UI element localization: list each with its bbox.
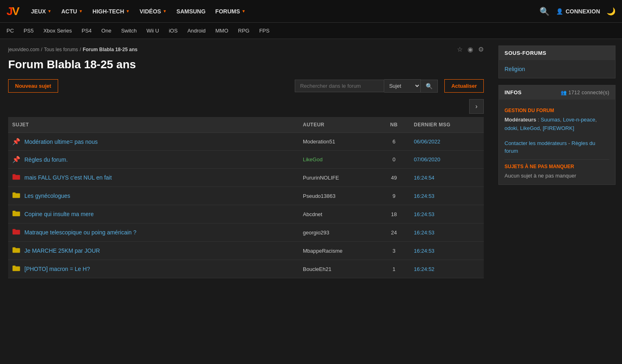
mod-firework[interactable]: [FIREWORK]: [543, 125, 574, 131]
chevron-right-icon: ›: [475, 103, 477, 110]
gear-icon[interactable]: ⚙: [478, 46, 484, 53]
nav-item-actu[interactable]: ACTU ▼: [57, 6, 87, 17]
chevron-down-icon: ▼: [126, 9, 130, 13]
pagination-bar: ›: [8, 99, 484, 114]
topic-cell: Copine qui insulte ma mere: [8, 205, 299, 223]
platform-ios[interactable]: iOS: [169, 28, 178, 34]
topic-link[interactable]: mais FALL GUYS c'est NUL en fait: [24, 174, 112, 181]
rss-icon[interactable]: ◉: [468, 46, 473, 53]
breadcrumb-forums[interactable]: Tous les forums: [44, 47, 78, 52]
nb-cell: 49: [378, 169, 410, 187]
forum-table: SUJET AUTEUR NB DERNIER MSG 📌 Modération…: [8, 117, 484, 278]
folder-icon: [12, 192, 20, 200]
platform-xbox-series[interactable]: Xbox Series: [43, 28, 72, 34]
topic-link[interactable]: [PHOTO] macron = Le H?: [24, 266, 90, 272]
search-type-select[interactable]: Sujet Auteur Message: [384, 79, 421, 93]
chevron-down-icon: ▼: [163, 9, 167, 13]
pin-icon: 📌: [12, 138, 20, 145]
nav-item-samsung[interactable]: SAMSUNG: [172, 6, 210, 17]
nav-right: 🔍 👤 CONNEXION 🌙: [539, 6, 615, 16]
folder-active-icon: [12, 173, 20, 182]
mod-suumas[interactable]: Suumas: [541, 117, 560, 123]
search-group: Sujet Auteur Message 🔍 Actualiser: [295, 79, 484, 93]
breadcrumb-site[interactable]: jeuxvideo.com: [8, 47, 39, 52]
col-header-nb: NB: [378, 117, 410, 133]
sidebar-divider: [505, 159, 609, 160]
refresh-button[interactable]: Actualiser: [444, 79, 484, 93]
platform-one[interactable]: One: [101, 28, 111, 34]
topic-link[interactable]: Modération ultime= pas nous: [24, 139, 98, 145]
topic-cell: 📌 Règles du forum.: [8, 151, 299, 169]
topic-link[interactable]: Règles du forum.: [24, 156, 68, 163]
date-cell: 16:24:53: [410, 187, 484, 205]
platform-pc[interactable]: PC: [7, 28, 14, 34]
sujets-empty: Aucun sujet à ne pas manquer: [505, 172, 609, 180]
platform-android[interactable]: Android: [187, 28, 206, 34]
date-cell: 16:24:52: [410, 260, 484, 278]
sous-forums-header: SOUS-FORUMS: [499, 46, 615, 60]
table-row: Copine qui insulte ma mere Abcdnet 18 16…: [8, 205, 484, 223]
topic-link[interactable]: Copine qui insulte ma mere: [24, 211, 94, 217]
date-cell: 16:24:53: [410, 242, 484, 260]
nb-cell: 6: [378, 133, 410, 151]
darkmode-toggle[interactable]: 🌙: [607, 7, 615, 16]
folder-icon: [12, 247, 20, 255]
svg-rect-9: [13, 247, 15, 249]
platform-wiiu[interactable]: Wii U: [146, 28, 159, 34]
mod-likegod[interactable]: LikeGod: [520, 125, 539, 131]
logo-v: V: [12, 5, 19, 18]
svg-rect-5: [13, 211, 15, 212]
platform-fps[interactable]: FPS: [259, 28, 270, 34]
users-icon: 👥: [561, 90, 567, 95]
mod-odoki[interactable]: odoki: [505, 125, 517, 131]
user-icon: 👤: [556, 8, 563, 15]
new-topic-button[interactable]: Nouveau sujet: [8, 79, 58, 93]
platform-switch[interactable]: Switch: [121, 28, 137, 34]
infos-header: INFOS 👥 1712 connecté(s): [499, 85, 615, 100]
login-button[interactable]: 👤 CONNEXION: [556, 8, 600, 15]
svg-rect-2: [13, 193, 20, 198]
gestion-title: GESTION DU FORUM: [505, 108, 609, 113]
site-logo[interactable]: JV: [7, 5, 19, 18]
topic-link[interactable]: Je MARCHE 25KM par JOUR: [24, 247, 100, 254]
date-cell: 06/06/2022: [410, 133, 484, 151]
infos-body: GESTION DU FORUM Modérateurs : Suumas, L…: [499, 100, 615, 184]
nav-item-forums[interactable]: FORUMS ▼: [211, 6, 250, 17]
topic-cell: [PHOTO] macron = Le H?: [8, 260, 299, 278]
topic-link[interactable]: Les gynécologues: [24, 193, 70, 199]
col-header-auteur: AUTEUR: [299, 117, 378, 133]
nav-item-videos[interactable]: VIDÉOS ▼: [135, 6, 171, 17]
table-row: Je MARCHE 25KM par JOUR MbappeRacisme 3 …: [8, 242, 484, 260]
platform-rpg[interactable]: RPG: [238, 28, 250, 34]
platform-mmo[interactable]: MMO: [215, 28, 228, 34]
sous-forum-religion[interactable]: Religion: [505, 65, 609, 73]
table-row: mais FALL GUYS c'est NUL en fait Pururin…: [8, 169, 484, 187]
sous-forums-box: SOUS-FORUMS Religion: [498, 46, 615, 78]
platform-ps5[interactable]: PS5: [24, 28, 34, 34]
sujets-title: SUJETS À NE PAS MANQUER: [505, 164, 609, 169]
nb-cell: 3: [378, 242, 410, 260]
contact-moderators-link[interactable]: Contacter les modérateurs: [505, 140, 567, 146]
search-submit-button[interactable]: 🔍: [421, 80, 438, 93]
next-page-button[interactable]: ›: [469, 99, 484, 114]
svg-rect-11: [13, 266, 15, 267]
nav-item-hightech[interactable]: HIGH-TECH ▼: [89, 6, 134, 17]
platform-ps4[interactable]: PS4: [82, 28, 92, 34]
date-cell: 16:24:53: [410, 205, 484, 223]
author-cell: PururinNOLIFE: [299, 169, 378, 187]
pin-icon: 📌: [12, 156, 20, 163]
table-header-row: SUJET AUTEUR NB DERNIER MSG: [8, 117, 484, 133]
breadcrumb-actions: ☆ ◉ ⚙: [457, 46, 484, 53]
sous-forums-body: Religion: [499, 60, 615, 78]
star-icon[interactable]: ☆: [457, 46, 463, 53]
topic-cell: 📌 Modération ultime= pas nous: [8, 133, 299, 151]
author-cell: Moderation51: [299, 133, 378, 151]
author-cell: georgio293: [299, 223, 378, 242]
topic-link[interactable]: Matraque telescopique ou poing américain…: [24, 229, 137, 236]
search-button[interactable]: 🔍: [539, 6, 550, 16]
search-input[interactable]: [295, 80, 384, 92]
mod-love-n-peace[interactable]: Love-n-peace: [563, 117, 596, 123]
chevron-down-icon: ▼: [241, 9, 246, 13]
search-icon: 🔍: [426, 83, 433, 89]
nav-item-jeux[interactable]: JEUX ▼: [27, 6, 55, 17]
